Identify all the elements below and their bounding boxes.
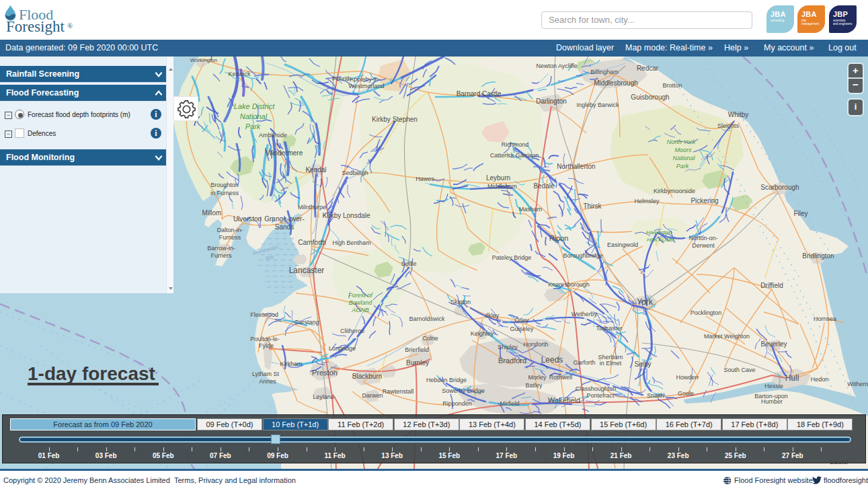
svg-text:Lancaster: Lancaster (289, 266, 325, 275)
svg-text:AONB: AONB (351, 307, 369, 313)
svg-text:Brotton: Brotton (662, 82, 682, 89)
svg-text:Sands: Sands (275, 223, 294, 231)
svg-text:Kendal: Kendal (305, 166, 326, 174)
svg-text:Garstang: Garstang (294, 319, 319, 326)
svg-text:Withernsea: Withernsea (847, 381, 868, 387)
svg-text:Westmorland: Westmorland (349, 83, 385, 89)
svg-text:Driffield: Driffield (760, 282, 783, 289)
svg-text:Selby: Selby (634, 361, 651, 368)
svg-text:Ripon: Ripon (549, 234, 569, 242)
svg-text:Market Weighton: Market Weighton (704, 333, 750, 340)
svg-text:Darlington: Darlington (536, 98, 567, 105)
svg-text:Hornsea: Hornsea (814, 315, 836, 322)
svg-text:Barrow-in-: Barrow-in- (207, 245, 235, 252)
svg-text:Park: Park (676, 163, 689, 170)
svg-text:Norton-on-: Norton-on- (688, 235, 717, 241)
svg-text:Otley: Otley (514, 317, 529, 324)
svg-text:Guisborough: Guisborough (631, 93, 669, 101)
svg-text:North York: North York (667, 139, 696, 145)
svg-text:Leyburn: Leyburn (486, 174, 510, 182)
svg-text:Knaresborough: Knaresborough (548, 281, 590, 288)
svg-text:Leeds: Leeds (541, 355, 563, 365)
svg-text:Bradford: Bradford (498, 356, 526, 365)
svg-text:Sedbergh: Sedbergh (342, 170, 368, 176)
svg-text:Filey: Filey (793, 210, 807, 217)
svg-text:Sowerby Bridge: Sowerby Bridge (442, 387, 485, 394)
svg-text:Catterick Garrison: Catterick Garrison (490, 152, 539, 159)
svg-text:Humber: Humber (761, 398, 783, 405)
svg-text:Bedale: Bedale (533, 182, 555, 190)
svg-text:Moors: Moors (674, 147, 692, 153)
svg-text:Burnley: Burnley (406, 359, 429, 367)
svg-text:Batley: Batley (525, 382, 543, 389)
svg-text:Rothwell: Rothwell (549, 374, 573, 381)
svg-text:Furness: Furness (219, 234, 241, 241)
svg-text:in Furness: in Furness (210, 190, 239, 196)
svg-text:Rawtenstall: Rawtenstall (383, 388, 414, 395)
svg-text:Keighley: Keighley (471, 330, 494, 337)
svg-text:Snaith: Snaith (647, 392, 664, 399)
svg-text:Fylde: Fylde (259, 342, 274, 349)
svg-text:Middlesbrough: Middlesbrough (594, 79, 638, 87)
svg-text:Middleham: Middleham (487, 183, 517, 190)
svg-text:Pickering: Pickering (691, 197, 718, 204)
svg-text:Hebden Bridge: Hebden Bridge (426, 377, 467, 383)
svg-text:Horsforth: Horsforth (523, 341, 548, 348)
svg-text:Tadcaster: Tadcaster (596, 325, 622, 332)
svg-text:Glasshoughton: Glasshoughton (576, 385, 617, 392)
svg-text:Brierfield: Brierfield (405, 346, 429, 353)
svg-text:Derwent: Derwent (692, 242, 715, 249)
svg-text:Whitby: Whitby (728, 111, 749, 118)
svg-text:Skipton: Skipton (450, 299, 471, 305)
svg-text:Broughton: Broughton (210, 182, 239, 188)
svg-text:Longridge: Longridge (329, 345, 356, 352)
svg-text:Appleby-in-: Appleby-in- (350, 76, 381, 83)
svg-text:Pontefract: Pontefract (586, 392, 615, 399)
svg-text:Forest of: Forest of (348, 292, 373, 299)
svg-text:Ingleby Barwick: Ingleby Barwick (576, 102, 619, 108)
svg-text:Helmsley: Helmsley (634, 198, 660, 204)
svg-text:Darwen: Darwen (362, 392, 383, 399)
svg-text:Garforth: Garforth (573, 359, 595, 366)
svg-text:Morley: Morley (528, 374, 547, 381)
svg-text:Boroughbridge: Boroughbridge (563, 252, 602, 259)
svg-text:Redcar: Redcar (637, 65, 659, 72)
svg-text:Furners: Furners (210, 252, 232, 259)
svg-text:Hawes: Hawes (416, 176, 434, 182)
svg-text:Barnard Castle: Barnard Castle (457, 90, 502, 98)
svg-text:Pocklington: Pocklington (691, 309, 722, 316)
svg-text:South Cave: South Cave (723, 367, 755, 373)
svg-text:Ripponden: Ripponden (442, 400, 472, 407)
svg-text:Hawardian: Hawardian (646, 229, 672, 235)
svg-text:Wetherby: Wetherby (571, 311, 598, 317)
svg-text:Northallerton: Northallerton (557, 163, 595, 170)
svg-text:Richmond: Richmond (502, 141, 529, 148)
svg-text:Scarborough: Scarborough (760, 184, 799, 191)
svg-text:Kirkbymoorside: Kirkbymoorside (654, 188, 695, 194)
svg-text:Lake District: Lake District (234, 102, 275, 110)
svg-text:Barnoldswick: Barnoldswick (409, 315, 445, 322)
svg-text:Clitheroe: Clitheroe (340, 328, 364, 334)
svg-text:Hedon: Hedon (811, 376, 829, 383)
svg-text:Penrith: Penrith (332, 75, 352, 82)
svg-text:Settle: Settle (401, 260, 416, 267)
svg-text:in Elmet: in Elmet (600, 360, 622, 367)
svg-text:Easingwold: Easingwold (607, 241, 638, 248)
svg-text:Milnthorpe: Milnthorpe (298, 204, 326, 211)
svg-text:Kirkham: Kirkham (280, 361, 302, 367)
svg-text:Workington: Workington (190, 57, 217, 63)
svg-text:Leyland: Leyland (313, 393, 334, 400)
svg-text:Poulton-le-: Poulton-le- (250, 336, 280, 342)
svg-text:Millom: Millom (202, 209, 222, 217)
svg-text:Annes: Annes (259, 378, 276, 385)
svg-text:Thirsk: Thirsk (583, 202, 602, 210)
svg-text:Bowland: Bowland (349, 299, 373, 306)
svg-text:Keswick: Keswick (228, 71, 251, 77)
svg-text:Beverley: Beverley (761, 340, 787, 348)
svg-text:Ilkley: Ilkley (485, 312, 500, 319)
svg-text:Grange-over-: Grange-over- (264, 215, 304, 223)
svg-text:Hills AONB: Hills AONB (647, 237, 674, 243)
svg-text:Kirkby Stephen: Kirkby Stephen (372, 116, 418, 123)
svg-text:Sleights: Sleights (717, 122, 740, 129)
svg-text:Newton Aycliffe: Newton Aycliffe (536, 63, 577, 69)
